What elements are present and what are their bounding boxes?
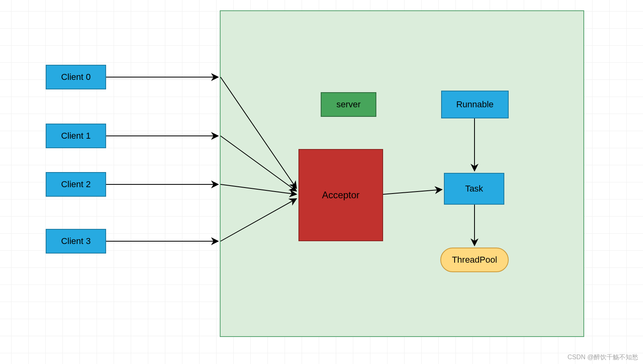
client-2-label: Client 2 xyxy=(61,179,91,190)
client-0-label: Client 0 xyxy=(61,72,91,82)
client-3-label: Client 3 xyxy=(61,236,91,246)
server-label: server xyxy=(336,99,360,110)
client-3-box: Client 3 xyxy=(46,229,106,254)
watermark-text: CSDN @醉饮千觞不知愁 xyxy=(567,354,638,360)
client-0-box: Client 0 xyxy=(46,65,106,89)
runnable-label: Runnable xyxy=(456,99,494,110)
client-2-box: Client 2 xyxy=(46,172,106,197)
server-box: server xyxy=(321,92,376,117)
acceptor-box: Acceptor xyxy=(298,149,383,241)
threadpool-label: ThreadPool xyxy=(452,255,497,265)
threadpool-box: ThreadPool xyxy=(440,248,509,272)
task-box: Task xyxy=(444,173,504,205)
acceptor-label: Acceptor xyxy=(322,190,360,201)
server-container xyxy=(220,10,584,337)
watermark: CSDN @醉饮千觞不知愁 xyxy=(567,353,638,362)
client-1-box: Client 1 xyxy=(46,124,106,148)
task-label: Task xyxy=(465,184,483,194)
client-1-label: Client 1 xyxy=(61,131,91,141)
runnable-box: Runnable xyxy=(441,91,509,118)
